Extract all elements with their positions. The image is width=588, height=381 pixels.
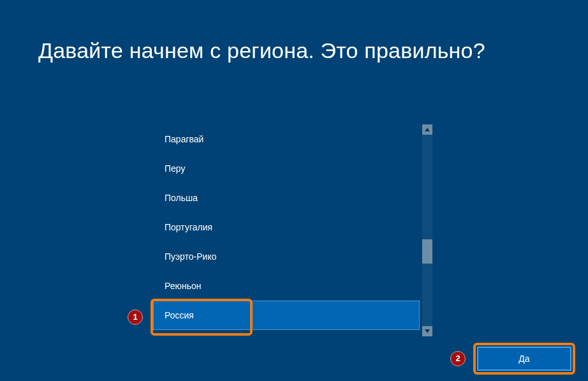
annotation-badge-2: 2 [450, 351, 466, 366]
region-label: Польша [165, 193, 198, 203]
region-label: Реюньон [165, 281, 202, 291]
list-item-selected[interactable]: Россия [153, 301, 420, 330]
list-item[interactable]: Парагвай [153, 124, 420, 154]
scroll-up-button[interactable] [422, 124, 432, 135]
region-label: Португалия [165, 222, 212, 232]
region-label: Россия [165, 310, 194, 320]
list-item[interactable]: Португалия [153, 213, 420, 242]
scroll-down-button[interactable] [422, 326, 432, 336]
chevron-up-icon [425, 128, 430, 131]
annotation-badge-1: 1 [128, 310, 143, 325]
region-label: Парагвай [165, 134, 203, 144]
list-item[interactable]: Реюньон [153, 271, 420, 301]
region-list[interactable]: Парагвай Перу Польша Португалия Пуэрто-Р… [153, 124, 420, 336]
region-label: Перу [165, 163, 185, 174]
list-item[interactable]: Польша [153, 183, 420, 213]
page-title: Давайте начнем с региона. Это правильно? [38, 38, 550, 63]
scrollbar-thumb[interactable] [422, 239, 432, 264]
chevron-down-icon [425, 329, 430, 333]
list-item[interactable]: Перу [153, 154, 420, 183]
list-item[interactable]: Пуэрто-Рико [153, 242, 420, 271]
yes-button[interactable]: Да [477, 347, 571, 371]
region-label: Пуэрто-Рико [165, 251, 216, 262]
scrollbar-track[interactable] [422, 124, 432, 336]
region-list-container: Парагвай Перу Польша Португалия Пуэрто-Р… [153, 124, 432, 336]
